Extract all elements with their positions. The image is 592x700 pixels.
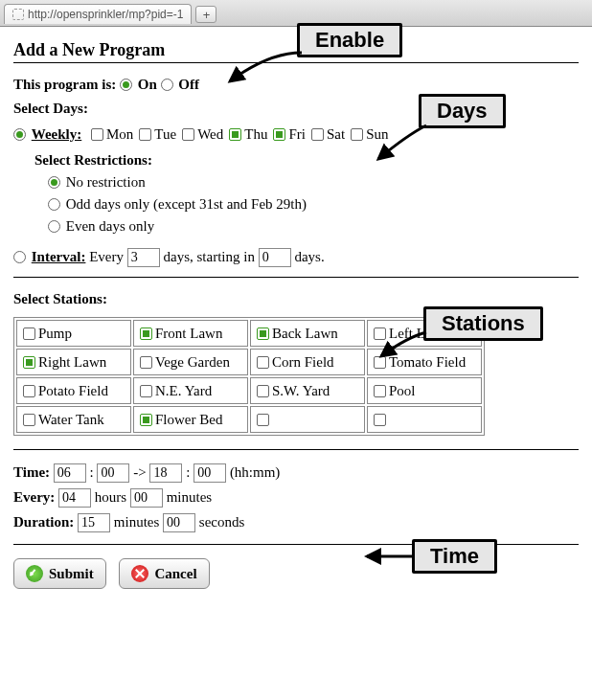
weekday-label: Sat [327,126,345,142]
start-hour-input[interactable] [54,463,86,483]
station-checkbox[interactable] [257,385,269,397]
tab-url: http://opensprinkler/mp?pid=-1 [28,8,183,21]
station-label: Back Lawn [272,326,338,341]
station-cell: Right Lawn [16,349,131,375]
browser-tab-bar: http://opensprinkler/mp?pid=-1 + [0,0,592,27]
station-checkbox[interactable] [374,414,386,426]
station-label: Front Lawn [155,326,222,341]
arrow-icon [369,121,436,169]
station-cell [250,406,365,433]
weekly-label: Weekly: [32,126,82,142]
station-cell: Pump [16,320,131,347]
duration-sec-input[interactable] [163,513,195,532]
hours-label: hours [95,489,126,505]
weekday-checkbox-wed[interactable] [182,128,194,141]
duration-row: Duration: minutes seconds [13,513,579,532]
weekday-checkbox-tue[interactable] [139,128,151,141]
tab-favicon [12,9,24,20]
radio-weekly[interactable] [13,128,26,141]
radio-interval[interactable] [13,251,26,263]
weekday-checkbox-mon[interactable] [91,128,103,141]
radio-off[interactable] [161,79,173,91]
restriction-none-label: No restriction [66,174,146,190]
arrow-icon [211,48,307,96]
station-cell: N.E. Yard [133,377,248,404]
radio-restriction-even[interactable] [48,220,60,233]
interval-mid: days, starting in [163,249,254,264]
interval-start-input[interactable] [259,248,291,267]
ok-icon [26,565,43,582]
station-checkbox[interactable] [23,385,35,397]
duration-label: Duration: [13,514,74,530]
new-tab-button[interactable]: + [195,6,216,23]
end-min-input[interactable] [194,463,226,483]
arrow-icon [362,547,415,566]
station-label: Vege Garden [155,354,230,370]
duration-min-input[interactable] [78,513,110,532]
hhmm-label: (hh:mm) [230,464,281,480]
station-label: Pump [38,326,72,341]
radio-on[interactable] [120,79,132,91]
interval-every-input[interactable] [127,248,160,267]
weekday-checkbox-sat[interactable] [311,128,324,141]
cancel-label: Cancel [154,566,196,582]
station-checkbox[interactable] [140,356,152,369]
interval-label: Interval: [32,249,86,264]
weekday-checkbox-fri[interactable] [273,128,285,141]
station-label: Flower Bed [155,412,222,427]
restriction-odd-label: Odd days only (except 31st and Feb 29th) [66,196,307,212]
station-label: Corn Field [272,354,334,370]
enable-label: This program is: [13,77,116,92]
station-cell: Water Tank [16,406,131,433]
interval-pre: Every [89,249,124,264]
divider [13,277,579,278]
cancel-button[interactable]: Cancel [119,558,209,589]
station-checkbox[interactable] [257,356,269,369]
station-label: Pool [389,383,416,398]
station-checkbox[interactable] [374,385,386,397]
station-label: S.W. Yard [272,383,330,398]
browser-tab[interactable]: http://opensprinkler/mp?pid=-1 [4,4,192,24]
weekday-checkbox-thu[interactable] [229,128,241,141]
start-min-input[interactable] [97,463,129,483]
weekday-checkbox-sun[interactable] [351,128,363,141]
seconds-label: seconds [199,514,245,530]
time-label: Time: [13,464,50,480]
station-checkbox[interactable] [257,327,269,340]
station-checkbox[interactable] [140,414,152,426]
every-hours-input[interactable] [58,488,91,508]
station-checkbox[interactable] [140,327,152,340]
minutes-label: minutes [167,489,213,505]
restrictions-label: Select Restrictions: [34,152,152,168]
every-label: Every: [13,489,55,505]
weekday-label: Wed [197,126,223,142]
station-cell: Back Lawn [250,320,365,347]
weekday-label: Fri [288,126,306,142]
station-cell: Vege Garden [133,349,248,375]
weekday-label: Mon [106,126,133,142]
off-label: Off [178,77,199,92]
divider [13,449,579,450]
minutes-label: minutes [114,514,160,530]
radio-restriction-odd[interactable] [48,198,60,211]
station-checkbox[interactable] [140,385,152,397]
station-checkbox[interactable] [257,414,269,426]
weekday-label: Thu [244,126,267,142]
interval-row: Interval: Every days, starting in days. [13,248,579,267]
on-label: On [138,77,157,92]
station-checkbox[interactable] [23,327,35,340]
station-checkbox[interactable] [23,356,35,369]
callout-enable: Enable [297,23,402,57]
end-hour-input[interactable] [149,463,182,483]
arrow-label: -> [133,464,146,480]
station-cell: Potato Field [16,377,131,404]
station-cell [367,406,482,433]
radio-restriction-none[interactable] [48,176,60,189]
every-minutes-input[interactable] [130,488,163,508]
select-stations-label: Select Stations: [13,291,579,307]
station-checkbox[interactable] [23,414,35,426]
station-cell: S.W. Yard [250,377,365,404]
station-cell: Corn Field [250,349,365,375]
callout-stations: Stations [423,306,543,341]
submit-button[interactable]: Submit [13,558,106,589]
